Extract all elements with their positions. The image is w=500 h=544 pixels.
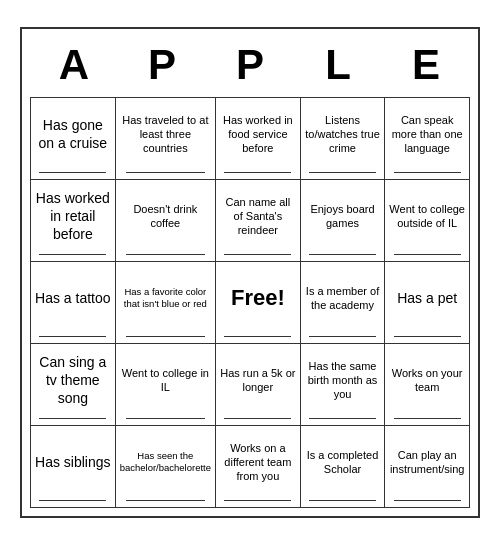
cell-text: Went to college outside of IL — [389, 202, 465, 231]
cell-underline — [39, 172, 106, 173]
cell-underline — [39, 336, 106, 337]
header-letter: P — [118, 37, 206, 93]
bingo-cell[interactable]: Enjoys board games — [301, 180, 386, 262]
cell-underline — [309, 500, 376, 501]
cell-underline — [224, 254, 291, 255]
bingo-cell[interactable]: Has seen the bachelor/bachelorette — [116, 426, 216, 508]
cell-underline — [309, 254, 376, 255]
bingo-cell[interactable]: Has worked in food service before — [216, 98, 301, 180]
cell-underline — [126, 172, 206, 173]
cell-text: Went to college in IL — [120, 366, 211, 395]
cell-text: Can name all of Santa's reindeer — [220, 195, 296, 238]
cell-text: Listens to/watches true crime — [305, 113, 381, 156]
bingo-cell[interactable]: Doesn't drink coffee — [116, 180, 216, 262]
bingo-grid: Has gone on a cruiseHas traveled to at l… — [30, 97, 470, 508]
cell-text: Can play an instrument/sing — [389, 448, 465, 477]
bingo-cell[interactable]: Can speak more than one language — [385, 98, 470, 180]
cell-underline — [224, 418, 291, 419]
cell-underline — [126, 500, 206, 501]
cell-underline — [309, 418, 376, 419]
bingo-cell[interactable]: Has worked in retail before — [31, 180, 116, 262]
bingo-cell[interactable]: Works on your team — [385, 344, 470, 426]
cell-underline — [394, 500, 461, 501]
cell-text: Has a tattoo — [35, 289, 111, 307]
bingo-cell[interactable]: Has a tattoo — [31, 262, 116, 344]
cell-underline — [394, 418, 461, 419]
bingo-cell[interactable]: Has traveled to at least three countries — [116, 98, 216, 180]
bingo-cell[interactable]: Can sing a tv theme song — [31, 344, 116, 426]
header-letter: L — [294, 37, 382, 93]
cell-text: Is a completed Scholar — [305, 448, 381, 477]
bingo-cell[interactable]: Went to college in IL — [116, 344, 216, 426]
bingo-cell[interactable]: Has the same birth month as you — [301, 344, 386, 426]
cell-text: Has a pet — [397, 289, 457, 307]
cell-underline — [394, 336, 461, 337]
cell-text: Can sing a tv theme song — [35, 353, 111, 408]
cell-text: Has traveled to at least three countries — [120, 113, 211, 156]
bingo-cell[interactable]: Has run a 5k or longer — [216, 344, 301, 426]
bingo-cell[interactable]: Listens to/watches true crime — [301, 98, 386, 180]
bingo-cell[interactable]: Works on a different team from you — [216, 426, 301, 508]
cell-text: Can speak more than one language — [389, 113, 465, 156]
cell-text: Has run a 5k or longer — [220, 366, 296, 395]
bingo-cell[interactable]: Has siblings — [31, 426, 116, 508]
cell-underline — [126, 418, 206, 419]
header-letter: A — [30, 37, 118, 93]
cell-text: Works on a different team from you — [220, 441, 296, 484]
cell-text: Has siblings — [35, 453, 110, 471]
cell-underline — [126, 336, 206, 337]
cell-text: Works on your team — [389, 366, 465, 395]
bingo-cell[interactable]: Has a favorite color that isn't blue or … — [116, 262, 216, 344]
cell-text: Free! — [231, 284, 285, 313]
cell-text: Has worked in retail before — [35, 189, 111, 244]
cell-underline — [224, 172, 291, 173]
bingo-header: APPLE — [30, 37, 470, 93]
cell-underline — [126, 254, 206, 255]
bingo-cell[interactable]: Has gone on a cruise — [31, 98, 116, 180]
cell-underline — [224, 500, 291, 501]
bingo-cell[interactable]: Went to college outside of IL — [385, 180, 470, 262]
cell-underline — [309, 172, 376, 173]
cell-underline — [394, 172, 461, 173]
cell-text: Has gone on a cruise — [35, 116, 111, 152]
bingo-cell[interactable]: Is a member of the academy — [301, 262, 386, 344]
header-letter: P — [206, 37, 294, 93]
bingo-cell[interactable]: Free! — [216, 262, 301, 344]
cell-underline — [224, 336, 291, 337]
cell-text: Has the same birth month as you — [305, 359, 381, 402]
bingo-card: APPLE Has gone on a cruiseHas traveled t… — [20, 27, 480, 518]
cell-underline — [39, 500, 106, 501]
cell-text: Has seen the bachelor/bachelorette — [120, 450, 211, 475]
cell-text: Doesn't drink coffee — [120, 202, 211, 231]
bingo-cell[interactable]: Can play an instrument/sing — [385, 426, 470, 508]
cell-text: Has a favorite color that isn't blue or … — [120, 286, 211, 311]
cell-underline — [39, 418, 106, 419]
cell-underline — [394, 254, 461, 255]
bingo-cell[interactable]: Is a completed Scholar — [301, 426, 386, 508]
cell-text: Enjoys board games — [305, 202, 381, 231]
cell-underline — [309, 336, 376, 337]
bingo-cell[interactable]: Has a pet — [385, 262, 470, 344]
bingo-cell[interactable]: Can name all of Santa's reindeer — [216, 180, 301, 262]
header-letter: E — [382, 37, 470, 93]
cell-underline — [39, 254, 106, 255]
cell-text: Is a member of the academy — [305, 284, 381, 313]
cell-text: Has worked in food service before — [220, 113, 296, 156]
